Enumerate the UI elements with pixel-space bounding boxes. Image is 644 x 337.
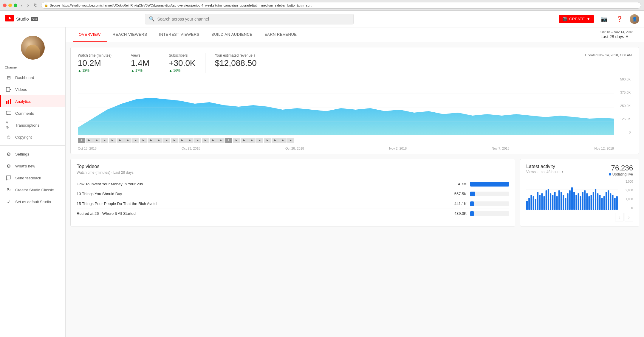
stat-revenue: Your estimated revenue ℹ $12,088.50 xyxy=(215,53,257,68)
thumb-btn-6[interactable]: ▶ xyxy=(124,138,131,143)
create-chevron: ▼ xyxy=(586,17,590,21)
thumb-btn-14[interactable]: ▶ xyxy=(186,138,193,143)
sidebar-item-set-default[interactable]: ✓ Set as default Studio xyxy=(0,196,65,208)
thumb-btn-11[interactable]: ▶ xyxy=(163,138,170,143)
svg-rect-20 xyxy=(530,195,532,210)
sidebar-item-copyright[interactable]: © Copyright xyxy=(0,131,65,143)
latest-activity-panel: Latest activity Views · Last 48 hours ▾ … xyxy=(520,159,639,226)
feedback-icon xyxy=(6,175,12,181)
thumb-btn-21[interactable]: ▶ xyxy=(248,138,256,143)
thumb-btn-special-2[interactable]: 2 xyxy=(225,138,232,143)
sidebar-item-settings[interactable]: ⚙ Settings xyxy=(0,148,65,160)
thumb-btn-17[interactable]: ▶ xyxy=(210,138,217,143)
pagination-next[interactable]: › xyxy=(625,213,633,221)
sidebar-label-copyright: Copyright xyxy=(15,135,32,139)
stat-watch-time-label: Watch time (minutes) xyxy=(78,53,112,58)
svg-rect-55 xyxy=(606,192,607,210)
activity-views-label[interactable]: Views · Last 48 hours ▾ xyxy=(526,170,563,174)
sidebar-label-dashboard: Dashboard xyxy=(15,75,34,80)
thumb-btn-10[interactable]: ▶ xyxy=(155,138,162,143)
thumb-btn-25[interactable]: ▶ xyxy=(279,138,287,143)
svg-rect-41 xyxy=(575,195,577,210)
search-bar[interactable]: 🔍 xyxy=(145,14,354,24)
user-avatar[interactable]: 👤 xyxy=(630,14,639,24)
tab-reach-viewers[interactable]: REACH VIEWERS xyxy=(107,27,153,42)
thumb-btn-26[interactable]: ▶ xyxy=(287,138,294,143)
address-bar[interactable]: 🔒 Secure https://studio.youtube.com/chan… xyxy=(41,2,641,9)
thumb-btn-2[interactable]: ▶ xyxy=(93,138,100,143)
pagination-prev[interactable]: ‹ xyxy=(615,213,623,221)
sidebar-item-feedback[interactable]: Send feedback xyxy=(0,172,65,184)
analytics-header: OVERVIEW REACH VIEWERS INTEREST VIEWERS … xyxy=(66,27,644,42)
svg-rect-50 xyxy=(595,189,596,210)
y-label-3: 250.0K xyxy=(620,104,631,108)
thumb-btn-12[interactable]: ▶ xyxy=(171,138,178,143)
stat-subscribers-label: Subscribers xyxy=(169,53,196,58)
url-text: https://studio.youtube.com/channel/UCokl… xyxy=(62,4,312,7)
thumb-btn-8[interactable]: ▶ xyxy=(140,138,147,143)
sidebar-avatar-area xyxy=(0,31,65,66)
thumb-btn-16[interactable]: ▶ xyxy=(202,138,209,143)
thumb-btn-special-1[interactable]: 2 xyxy=(78,138,85,143)
y-label-2: 125.0K xyxy=(620,117,631,121)
reload-button[interactable]: ↻ xyxy=(32,2,39,8)
thumb-btn-4[interactable]: ▶ xyxy=(109,138,116,143)
thumb-btn-3[interactable]: ▶ xyxy=(101,138,108,143)
svg-rect-49 xyxy=(593,192,594,210)
svg-marker-3 xyxy=(10,88,11,90)
main-chart-svg xyxy=(78,80,614,136)
maximize-window-btn[interactable] xyxy=(14,4,17,7)
date-selector[interactable]: Oct 18 – Nov 14, 2018 Last 28 days ▾ xyxy=(597,28,637,42)
thumb-btn-20[interactable]: ▶ xyxy=(241,138,248,143)
tab-earn-revenue[interactable]: EARN REVENUE xyxy=(258,27,303,42)
sidebar-item-analytics[interactable]: Analytics xyxy=(0,95,65,107)
stat-views-change: ▲ 17% xyxy=(131,69,149,73)
sidebar-item-dashboard[interactable]: ⊞ Dashboard xyxy=(0,72,65,83)
video-bar-fill-1 xyxy=(470,182,509,187)
logo-area: Studio beta xyxy=(5,15,41,23)
thumb-btn-24[interactable]: ▶ xyxy=(272,138,279,143)
forward-button[interactable]: › xyxy=(26,3,30,8)
thumb-btn-9[interactable]: ▶ xyxy=(148,138,155,143)
create-button[interactable]: 🎬 CREATE ▼ xyxy=(559,15,594,23)
close-window-btn[interactable] xyxy=(3,4,7,7)
sidebar-label-videos: Videos xyxy=(15,87,27,92)
thumb-btn-1[interactable]: ▶ xyxy=(86,138,93,143)
chart-area: 500.0K 375.0K 250.0K 125.0K 0 xyxy=(78,77,632,136)
camera-icon-button[interactable]: 📷 xyxy=(599,14,609,24)
tab-interest-viewers[interactable]: INTEREST VIEWERS xyxy=(153,27,205,42)
thumb-btn-7[interactable]: ▶ xyxy=(132,138,139,143)
sidebar-item-comments[interactable]: Comments xyxy=(0,107,65,119)
thumb-btn-22[interactable]: ▶ xyxy=(256,138,263,143)
svg-rect-59 xyxy=(614,198,616,210)
back-button[interactable]: ‹ xyxy=(20,3,24,8)
sidebar-item-videos[interactable]: Videos xyxy=(0,83,65,95)
thumb-btn-23[interactable]: ▶ xyxy=(264,138,271,143)
video-bar-fill-3 xyxy=(470,201,474,206)
svg-rect-19 xyxy=(528,198,530,210)
video-row-2: 10 Things You Should Buy 557.5K xyxy=(77,189,509,199)
svg-rect-52 xyxy=(599,195,600,210)
sidebar-item-transcriptions[interactable]: Aあ Transcriptions xyxy=(0,119,65,131)
thumb-btn-15[interactable]: ▶ xyxy=(194,138,201,143)
tab-overview[interactable]: OVERVIEW xyxy=(73,27,107,42)
svg-rect-35 xyxy=(563,195,564,210)
thumb-btn-13[interactable]: ▶ xyxy=(179,138,186,143)
search-input[interactable] xyxy=(157,17,350,21)
tab-build-audience[interactable]: BUILD AN AUDIENCE xyxy=(205,27,258,42)
help-icon-button[interactable]: ❓ xyxy=(614,14,625,24)
x-label-4: Nov 2, 2018 xyxy=(389,147,407,150)
thumb-btn-18[interactable]: ▶ xyxy=(217,138,225,143)
svg-rect-43 xyxy=(580,196,581,210)
settings-icon: ⚙ xyxy=(6,151,12,157)
sidebar-item-whats-new[interactable]: ⚙ What's new xyxy=(0,160,65,172)
content-area: OVERVIEW REACH VIEWERS INTEREST VIEWERS … xyxy=(66,27,644,337)
thumb-btn-5[interactable]: ▶ xyxy=(117,138,124,143)
thumb-btn-19[interactable]: ▶ xyxy=(233,138,240,143)
minimize-window-btn[interactable] xyxy=(8,4,12,7)
sidebar-item-creator-studio[interactable]: ↻ Creator Studio Classic xyxy=(0,184,65,196)
video-bar-4 xyxy=(470,211,509,216)
sidebar: Channel ⊞ Dashboard Videos Analytics Com… xyxy=(0,27,66,337)
video-row-3: 15 Things Poor People Do That the Rich A… xyxy=(77,199,509,209)
svg-rect-33 xyxy=(558,190,560,210)
